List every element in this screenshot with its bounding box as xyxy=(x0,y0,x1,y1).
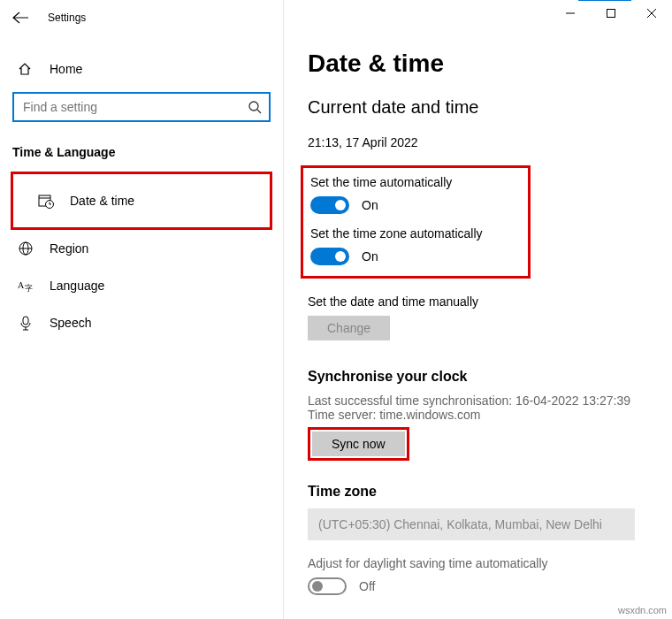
svg-text:A: A xyxy=(18,280,25,290)
nav-language[interactable]: A字 Language xyxy=(0,267,283,304)
nav-label: Speech xyxy=(50,316,91,330)
auto-tz-toggle[interactable] xyxy=(310,248,349,265)
page-title: Date & time xyxy=(308,50,647,78)
section-current-heading: Current date and time xyxy=(308,97,647,118)
maximize-button[interactable] xyxy=(591,0,631,27)
svg-rect-16 xyxy=(23,317,28,325)
current-datetime: 21:13, 17 April 2022 xyxy=(308,135,647,149)
watermark: wsxdn.com xyxy=(618,605,667,615)
svg-text:字: 字 xyxy=(25,284,33,293)
sync-heading: Synchronise your clock xyxy=(308,369,647,385)
auto-time-state: On xyxy=(362,198,378,212)
minimize-button[interactable] xyxy=(550,0,591,27)
auto-tz-label: Set the time zone automatically xyxy=(310,226,521,241)
nav-date-time[interactable]: Date & time xyxy=(20,182,263,219)
timezone-dropdown: (UTC+05:30) Chennai, Kolkata, Mumbai, Ne… xyxy=(308,508,635,540)
change-button: Change xyxy=(308,316,390,340)
search-input[interactable] xyxy=(12,92,271,122)
divider xyxy=(283,0,284,619)
section-header: Time & Language xyxy=(0,122,283,172)
home-nav[interactable]: Home xyxy=(0,51,283,87)
calendar-clock-icon xyxy=(38,193,54,209)
sync-server: Time server: time.windows.com xyxy=(308,408,647,422)
sync-now-button[interactable]: Sync now xyxy=(312,432,405,456)
manual-label: Set the date and time manually xyxy=(308,294,647,309)
back-button[interactable] xyxy=(12,11,28,24)
window-controls xyxy=(550,0,672,27)
auto-tz-state: On xyxy=(362,249,378,264)
home-icon xyxy=(18,62,34,76)
nav-speech[interactable]: Speech xyxy=(0,304,283,341)
nav-label: Language xyxy=(50,279,104,293)
home-label: Home xyxy=(50,62,82,76)
maximize-icon xyxy=(607,9,615,18)
tz-heading: Time zone xyxy=(308,484,647,500)
nav-label: Date & time xyxy=(70,194,134,208)
svg-rect-1 xyxy=(607,10,615,18)
sidebar: Settings Home Time & Language Date & xyxy=(0,0,283,619)
globe-icon xyxy=(18,241,34,256)
close-button[interactable] xyxy=(631,0,672,27)
nav-label: Region xyxy=(50,241,88,256)
sync-last: Last successful time synchronisation: 16… xyxy=(308,394,647,408)
auto-time-toggle[interactable] xyxy=(310,196,349,214)
dst-state: Off xyxy=(359,579,375,593)
nav-region[interactable]: Region xyxy=(0,230,283,267)
dst-toggle xyxy=(308,577,347,595)
content-pane: Date & time Current date and time 21:13,… xyxy=(283,0,672,619)
auto-time-label: Set the time automatically xyxy=(310,175,521,189)
app-title: Settings xyxy=(48,11,86,24)
language-icon: A字 xyxy=(18,278,34,294)
dst-label: Adjust for daylight saving time automati… xyxy=(308,556,647,570)
close-icon xyxy=(647,9,656,18)
microphone-icon xyxy=(18,315,34,331)
minimize-icon xyxy=(566,9,575,18)
back-arrow-icon xyxy=(12,11,28,24)
